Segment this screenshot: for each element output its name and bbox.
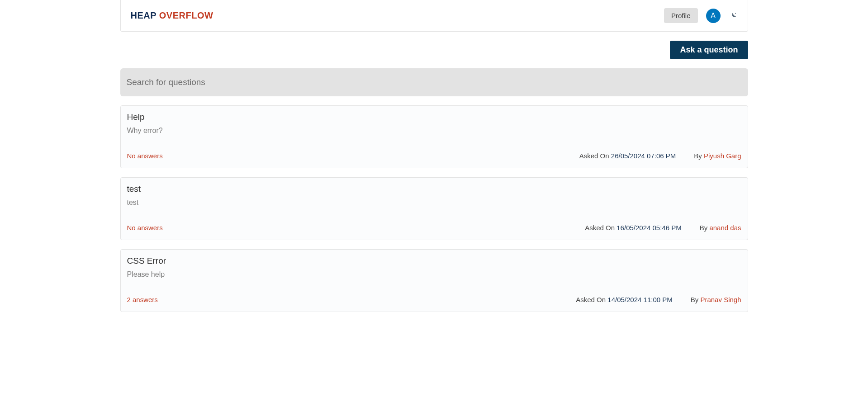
site-logo[interactable]: HEAP OVERFLOW (131, 10, 213, 21)
asked-on: Asked On 26/05/2024 07:06 PM (579, 152, 676, 160)
asked-on: Asked On 14/05/2024 11:00 PM (576, 296, 673, 303)
asked-on-label: Asked On (576, 296, 606, 303)
question-footer: No answersAsked On 26/05/2024 07:06 PMBy… (127, 152, 741, 160)
answers-count: 2 answers (127, 296, 158, 303)
question-title: Help (127, 112, 741, 122)
asked-on-date: 16/05/2024 05:46 PM (617, 224, 681, 232)
theme-toggle-button[interactable] (729, 11, 738, 20)
question-body: Why error? (127, 127, 741, 135)
svg-point-0 (735, 13, 736, 14)
search-input[interactable] (120, 68, 748, 96)
user-avatar[interactable]: A (706, 9, 721, 23)
answers-count: No answers (127, 152, 163, 160)
by-label: By (691, 296, 699, 303)
ask-row: Ask a question (120, 41, 748, 59)
header-right: Profile A (664, 8, 738, 23)
author: By Piyush Garg (694, 152, 741, 160)
profile-button[interactable]: Profile (664, 8, 698, 23)
avatar-initial: A (711, 12, 716, 20)
ask-question-button[interactable]: Ask a question (670, 41, 748, 59)
author-name[interactable]: anand das (709, 224, 741, 232)
question-body: Please help (127, 270, 741, 279)
question-card[interactable]: CSS ErrorPlease help2 answersAsked On 14… (120, 249, 748, 312)
question-meta: Asked On 26/05/2024 07:06 PMBy Piyush Ga… (579, 152, 741, 160)
question-footer: No answersAsked On 16/05/2024 05:46 PMBy… (127, 224, 741, 232)
question-meta: Asked On 16/05/2024 05:46 PMBy anand das (585, 224, 741, 232)
asked-on-label: Asked On (585, 224, 615, 232)
question-body: test (127, 199, 741, 207)
author-name[interactable]: Pranav Singh (700, 296, 741, 303)
asked-on-date: 14/05/2024 11:00 PM (607, 296, 672, 303)
question-footer: 2 answersAsked On 14/05/2024 11:00 PMBy … (127, 296, 741, 303)
question-card[interactable]: testtestNo answersAsked On 16/05/2024 05… (120, 177, 748, 240)
asked-on: Asked On 16/05/2024 05:46 PM (585, 224, 682, 232)
asked-on-date: 26/05/2024 07:06 PM (611, 152, 676, 160)
by-label: By (694, 152, 702, 160)
answers-count: No answers (127, 224, 163, 232)
app-header: HEAP OVERFLOW Profile A (120, 0, 748, 32)
question-title: test (127, 184, 741, 194)
questions-list: HelpWhy error?No answersAsked On 26/05/2… (120, 105, 748, 312)
question-title: CSS Error (127, 256, 741, 266)
by-label: By (700, 224, 708, 232)
logo-heap: HEAP (131, 10, 157, 20)
asked-on-label: Asked On (579, 152, 609, 160)
logo-overflow: OVERFLOW (159, 10, 213, 20)
question-meta: Asked On 14/05/2024 11:00 PMBy Pranav Si… (576, 296, 741, 303)
author: By anand das (700, 224, 741, 232)
author-name[interactable]: Piyush Garg (704, 152, 741, 160)
question-card[interactable]: HelpWhy error?No answersAsked On 26/05/2… (120, 105, 748, 168)
author: By Pranav Singh (691, 296, 741, 303)
moon-icon (729, 12, 737, 20)
